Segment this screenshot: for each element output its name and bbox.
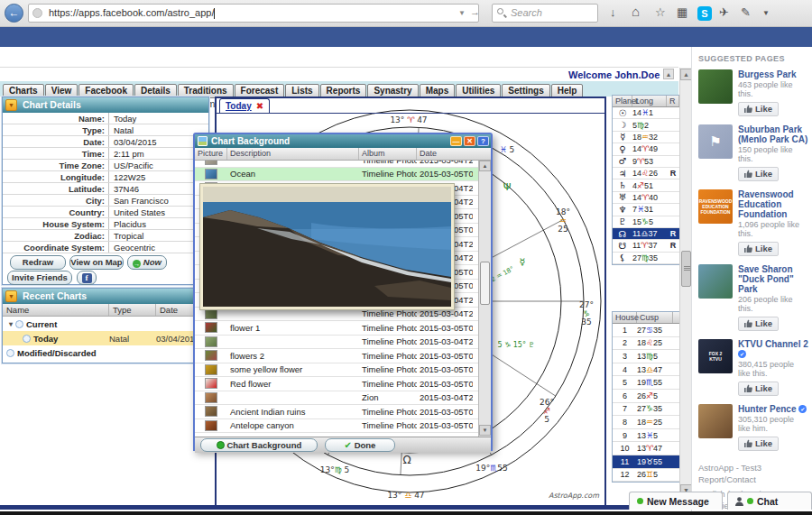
house-row[interactable]: 626♐5 xyxy=(613,390,679,403)
bookmark-star-icon[interactable]: ☆ xyxy=(655,5,666,19)
vertical-scrollbar[interactable]: ▲ ▼ xyxy=(679,68,691,498)
planet-row[interactable]: ☉14♓1 xyxy=(613,107,679,119)
like-button[interactable]: Like xyxy=(738,382,779,396)
chart-background-button[interactable]: Chart Background xyxy=(200,438,318,452)
planet-row[interactable]: ☋11♈37R xyxy=(613,240,679,252)
like-button[interactable]: Like xyxy=(738,242,779,256)
new-message-tab[interactable]: New Message xyxy=(629,492,723,510)
planet-row[interactable]: ☿18♒32 xyxy=(613,132,679,143)
like-button[interactable]: Like xyxy=(738,102,779,116)
footer-app-link[interactable]: AstroApp - Test3 xyxy=(698,462,808,474)
footer-report-link[interactable]: Report/Contact xyxy=(698,474,808,485)
scroll-down-icon[interactable]: ▼ xyxy=(479,425,491,436)
house-row[interactable]: 218♌25 xyxy=(613,337,679,351)
column-header[interactable]: Description xyxy=(227,148,359,160)
go-arrow-icon[interactable]: → xyxy=(470,6,480,17)
planet-row[interactable]: ⚸27♍35 xyxy=(613,253,679,264)
recent-chart-row[interactable]: ▾Current xyxy=(3,317,208,331)
browser-search-input[interactable]: Search xyxy=(492,4,598,23)
back-button[interactable]: ← xyxy=(5,4,23,23)
house-row[interactable]: 1013♈47 xyxy=(613,442,679,455)
page-thumbnail[interactable]: RAVENSWOODEDUCATIONFOUNDATION xyxy=(698,189,733,224)
column-header[interactable]: Date xyxy=(417,148,473,160)
facebook-share-button[interactable]: f xyxy=(77,271,97,285)
help-icon[interactable]: ? xyxy=(477,136,489,146)
iframe-scroll-up-icon[interactable]: ▲ xyxy=(663,69,674,79)
like-button[interactable]: Like xyxy=(738,167,779,181)
planet-row[interactable]: ♄4♐51 xyxy=(613,179,679,191)
photo-row[interactable]: flowers 2Timeline Photos2015-03-05T02: xyxy=(195,349,478,363)
page-name-link[interactable]: Burgess Park xyxy=(738,69,808,79)
page-name-link[interactable]: Ravenswood Education Foundation xyxy=(738,189,808,219)
planet-row[interactable]: ♇15♑5 xyxy=(613,216,679,228)
page-name-link[interactable]: Hunter Pence ✔ xyxy=(738,404,808,414)
house-row[interactable]: 818♒25 xyxy=(613,416,679,429)
close-icon[interactable]: ✕ xyxy=(464,136,475,146)
photo-row[interactable]: Zion2015-03-04T22: xyxy=(195,391,478,406)
view-on-map-button[interactable]: View on Map xyxy=(69,255,124,270)
expander-icon[interactable]: ▾ xyxy=(6,320,15,328)
page-name-link[interactable]: Suburban Park (Menlo Park CA) xyxy=(738,124,808,144)
photo-row[interactable]: Timeline Photos2015-03-04T22: xyxy=(195,161,478,168)
page-name-link[interactable]: KTVU Channel 2 ✔ xyxy=(738,339,808,359)
now-button[interactable]: → Now xyxy=(127,255,167,270)
recent-chart-row[interactable]: Modified/Discarded xyxy=(3,345,208,360)
recent-chart-row[interactable]: TodayNatal03/04/2015 xyxy=(3,331,208,345)
send-icon[interactable]: ✈ xyxy=(719,5,729,19)
chart-tab-today[interactable]: Today✖ xyxy=(219,98,270,113)
planet-row[interactable]: ♂9♈53 xyxy=(613,156,679,168)
chat-tab[interactable]: Chat xyxy=(727,492,812,510)
house-row[interactable]: 1226♊5 xyxy=(613,469,679,483)
photo-row[interactable]: Timeline Photos2015-03-04T22: xyxy=(195,336,478,350)
minimize-icon[interactable]: — xyxy=(450,136,462,146)
page-thumbnail[interactable]: ⚑ xyxy=(698,124,733,159)
dialog-scrollbar[interactable]: ▲ ▼ xyxy=(478,161,491,437)
page-thumbnail[interactable]: FOX 2KTVU xyxy=(698,339,733,373)
redraw-button[interactable]: Redraw xyxy=(10,255,66,270)
collapse-panel-icon[interactable]: ▼ xyxy=(5,290,17,302)
page-thumbnail[interactable] xyxy=(698,69,733,104)
house-row[interactable]: 413♎47 xyxy=(613,363,679,377)
planet-row[interactable]: ♆7♓31 xyxy=(613,204,679,216)
url-dropdown-icon[interactable]: ▼ xyxy=(458,9,466,17)
photo-row[interactable]: Ancient Indian ruinsTimeline Photos2015-… xyxy=(195,405,478,419)
photo-row[interactable]: OceanTimeline Photos2015-03-05T02: xyxy=(195,168,478,182)
downloads-icon[interactable]: ↓ xyxy=(610,5,616,19)
photo-row[interactable]: some yellow flowerTimeline Photos2015-03… xyxy=(195,363,478,378)
column-header[interactable]: Album xyxy=(359,148,417,160)
house-row[interactable]: 1119♉55 xyxy=(613,455,679,469)
house-row[interactable]: 519♏55 xyxy=(613,376,679,390)
planet-row[interactable]: ♃14♌26R xyxy=(613,168,679,179)
planet-row[interactable]: ☽5♍2 xyxy=(613,119,679,131)
skype-icon[interactable]: S xyxy=(697,6,712,21)
like-button[interactable]: Like xyxy=(738,317,779,331)
house-row[interactable]: 127♋35 xyxy=(613,324,679,337)
house-row[interactable]: 727♑35 xyxy=(613,403,679,417)
url-bar[interactable]: https://apps.facebook.com/astro_app/ xyxy=(28,4,479,23)
like-button[interactable]: Like xyxy=(738,437,779,451)
planet-row[interactable]: ☊11♎37R xyxy=(613,228,679,240)
column-header[interactable]: Name xyxy=(3,304,109,316)
planet-row[interactable]: ♅14♈40 xyxy=(613,192,679,204)
scroll-thumb[interactable] xyxy=(681,251,691,287)
photo-row[interactable]: Red flowerTimeline Photos2015-03-05T02: xyxy=(195,377,478,391)
scroll-thumb[interactable] xyxy=(480,262,490,305)
house-row[interactable]: 313♍5 xyxy=(613,350,679,363)
done-button[interactable]: ✔ Done xyxy=(325,438,395,452)
home-icon[interactable]: ⌂ xyxy=(632,4,640,19)
dialog-title-bar[interactable]: Chart Background — ✕ ? xyxy=(195,134,491,148)
page-name-link[interactable]: Save Sharon "Duck Pond" Park xyxy=(738,264,808,294)
edit-icon[interactable]: ✎ xyxy=(741,5,751,19)
invite-friends-button[interactable]: Invite Friends xyxy=(7,271,72,285)
menu-chevron-icon[interactable]: ▼ xyxy=(762,9,770,17)
column-header[interactable]: Type xyxy=(109,304,156,316)
column-header[interactable]: Picture xyxy=(195,148,227,160)
photo-row[interactable]: Antelope canyonTimeline Photos2015-03-05… xyxy=(195,419,478,434)
close-tab-icon[interactable]: ✖ xyxy=(256,101,263,111)
scroll-up-icon[interactable]: ▲ xyxy=(479,161,491,171)
house-row[interactable]: 913♓5 xyxy=(613,429,679,443)
page-thumbnail[interactable] xyxy=(698,264,733,299)
page-thumbnail[interactable] xyxy=(698,404,733,438)
collapse-panel-icon[interactable]: ▼ xyxy=(5,99,17,111)
photo-row[interactable]: flower 1Timeline Photos2015-03-05T02: xyxy=(195,321,478,336)
